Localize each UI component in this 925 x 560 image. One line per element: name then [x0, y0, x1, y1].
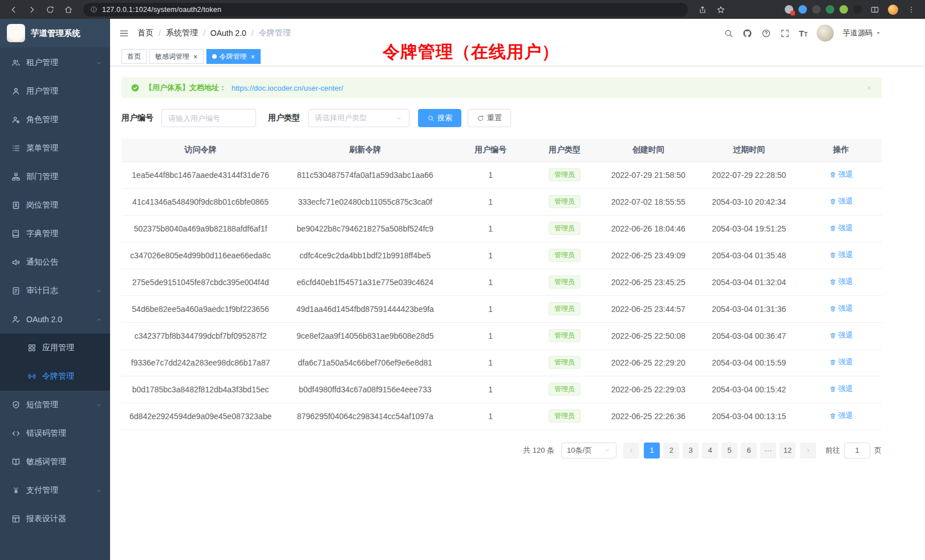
next-page-button[interactable]: [800, 443, 816, 458]
sidebar-item[interactable]: 租户管理: [0, 48, 110, 77]
chev-down-icon: [96, 288, 102, 294]
goto-page-input[interactable]: [844, 443, 870, 458]
id-badge-icon: [11, 201, 21, 210]
force-logout-button[interactable]: 强退: [829, 384, 853, 394]
tab-close-icon[interactable]: ×: [251, 53, 255, 60]
extension-icon[interactable]: [839, 5, 848, 14]
tab-close-icon[interactable]: ×: [193, 53, 198, 60]
sidebar-item-label: 租户管理: [26, 58, 58, 68]
reload-icon[interactable]: [42, 5, 58, 14]
page-number-button[interactable]: 5: [721, 443, 737, 458]
sidebar-subitem[interactable]: 应用管理: [0, 334, 110, 362]
sidebar-item[interactable]: 审计日志: [0, 277, 110, 305]
page-number-button[interactable]: 12: [780, 443, 796, 458]
sidebar-item[interactable]: 报表设计器: [0, 505, 110, 533]
sidebar-item[interactable]: 岗位管理: [0, 191, 110, 220]
trash-icon: [829, 225, 837, 232]
page-number-button[interactable]: 2: [663, 443, 679, 458]
alert-close-icon[interactable]: [866, 84, 873, 91]
page-size-select[interactable]: 10条/页: [561, 443, 616, 458]
sidebar-item-label: 应用管理: [42, 343, 74, 353]
page-number-button[interactable]: 4: [702, 443, 718, 458]
share-icon[interactable]: [695, 5, 711, 14]
extension-icon[interactable]: [812, 5, 821, 14]
prev-page-button[interactable]: [623, 443, 639, 458]
sidebar-item[interactable]: 字典管理: [0, 220, 110, 248]
github-icon[interactable]: [743, 29, 752, 38]
extension-icon[interactable]: [853, 5, 862, 14]
browser-toolbar-right: [785, 5, 919, 15]
force-logout-button[interactable]: 强退: [829, 330, 853, 340]
sidebar-item[interactable]: 错误码管理: [0, 419, 110, 448]
active-tab-dot: [212, 54, 217, 59]
sidebar-item[interactable]: 用户管理: [0, 77, 110, 105]
force-logout-button[interactable]: 强退: [829, 357, 853, 367]
pagination: 共 120 条 10条/页 123456···12 前往 页: [121, 443, 882, 458]
user-avatar[interactable]: [817, 25, 834, 42]
expire-time-cell: 2054-03-04 01:31:36: [697, 295, 800, 322]
extension-icon[interactable]: [826, 5, 834, 14]
sidebar: 芋道管理系统 租户管理用户管理角色管理菜单管理部门管理岗位管理字典管理通知公告审…: [0, 19, 110, 560]
sidebar-subitem[interactable]: 令牌管理: [0, 362, 110, 391]
force-logout-label: 强退: [838, 411, 853, 421]
sidebar-item[interactable]: OAuth 2.0: [0, 305, 110, 334]
table-column-header: 操作: [800, 139, 882, 161]
page-number-button[interactable]: 3: [683, 443, 699, 458]
force-logout-button[interactable]: 强退: [829, 169, 853, 180]
reset-button[interactable]: 重置: [468, 109, 511, 127]
address-bar[interactable]: 127.0.0.1:1024/system/oauth2/token: [83, 3, 688, 17]
force-logout-button[interactable]: 强退: [829, 223, 853, 233]
force-logout-label: 强退: [838, 357, 853, 367]
page-tab[interactable]: 首页: [121, 49, 147, 64]
sidebar-item[interactable]: 通知公告: [0, 248, 110, 277]
split-view-icon[interactable]: [867, 5, 883, 14]
search-button[interactable]: 搜索: [418, 109, 461, 127]
page-ellipsis-button[interactable]: ···: [760, 443, 776, 458]
browser-profile-avatar[interactable]: [888, 5, 898, 15]
sidebar-item[interactable]: 短信管理: [0, 391, 110, 419]
help-icon[interactable]: [761, 29, 771, 38]
force-logout-label: 强退: [838, 196, 853, 206]
force-logout-button[interactable]: 强退: [829, 277, 853, 287]
extension-icon[interactable]: [798, 5, 807, 14]
app-logo: [7, 24, 25, 42]
announcement-icon: [11, 258, 21, 267]
user-id-input[interactable]: [161, 109, 256, 127]
page-number-button[interactable]: 6: [741, 443, 757, 458]
font-size-icon[interactable]: TT: [799, 29, 808, 38]
sidebar-item[interactable]: 支付管理: [0, 476, 110, 505]
bookmark-star-icon[interactable]: [713, 5, 729, 14]
app-logo-area: 芋道管理系统: [0, 19, 110, 47]
user-id-cell: 1: [451, 188, 530, 215]
forward-icon[interactable]: [24, 5, 40, 14]
site-info-icon[interactable]: [90, 6, 98, 13]
breadcrumb-item[interactable]: 令牌管理: [259, 28, 291, 38]
home-icon[interactable]: [60, 5, 76, 14]
breadcrumb-item[interactable]: 系统管理: [166, 28, 198, 38]
create-time-cell: 2022-07-29 21:58:50: [599, 161, 697, 188]
sidebar-item[interactable]: 敏感词管理: [0, 448, 110, 476]
page-tab[interactable]: 令牌管理×: [206, 49, 261, 64]
breadcrumb-item[interactable]: OAuth 2.0: [210, 29, 246, 38]
user-menu[interactable]: 芋道源码: [843, 28, 882, 38]
hamburger-icon[interactable]: [119, 28, 129, 39]
page-number-button[interactable]: 1: [644, 443, 660, 458]
search-icon[interactable]: [724, 29, 733, 38]
back-icon[interactable]: [6, 5, 22, 14]
user-id-cell: 1: [451, 349, 530, 376]
force-logout-button[interactable]: 强退: [829, 303, 853, 314]
page-tab[interactable]: 敏感词管理×: [149, 49, 204, 64]
sidebar-item[interactable]: 角色管理: [0, 105, 110, 134]
user-type-select[interactable]: 请选择用户类型: [308, 109, 409, 127]
force-logout-button[interactable]: 强退: [829, 411, 853, 421]
breadcrumb-item[interactable]: 首页: [137, 28, 153, 38]
sidebar-item-label: 字典管理: [26, 229, 58, 239]
sidebar-item[interactable]: 部门管理: [0, 163, 110, 191]
force-logout-button[interactable]: 强退: [829, 196, 853, 206]
force-logout-button[interactable]: 强退: [829, 250, 853, 260]
sidebar-item[interactable]: 菜单管理: [0, 134, 110, 163]
doc-link[interactable]: https://doc.iocoder.cn/user-center/: [232, 84, 343, 92]
browser-menu-icon[interactable]: [903, 5, 919, 14]
fullscreen-icon[interactable]: [780, 29, 790, 38]
extension-icon[interactable]: [785, 5, 793, 14]
